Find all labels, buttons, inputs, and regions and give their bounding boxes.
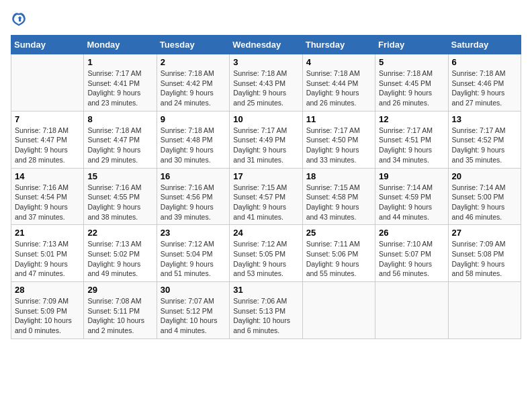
day-detail: Sunrise: 7:18 AMSunset: 4:42 PMDaylight:… bbox=[161, 68, 226, 108]
day-number: 22 bbox=[87, 228, 152, 238]
week-row-1: 1Sunrise: 7:17 AMSunset: 4:41 PMDaylight… bbox=[11, 54, 521, 111]
day-detail: Sunrise: 7:08 AMSunset: 5:11 PMDaylight:… bbox=[87, 296, 152, 336]
day-cell: 20Sunrise: 7:14 AMSunset: 5:00 PMDayligh… bbox=[448, 168, 521, 225]
day-detail: Sunrise: 7:15 AMSunset: 4:57 PMDaylight:… bbox=[233, 183, 298, 222]
day-detail: Sunrise: 7:16 AMSunset: 4:54 PMDaylight:… bbox=[15, 183, 80, 222]
column-header-friday: Friday bbox=[375, 36, 448, 54]
day-detail: Sunrise: 7:13 AMSunset: 5:01 PMDaylight:… bbox=[15, 239, 80, 279]
day-number: 12 bbox=[379, 114, 444, 124]
day-detail: Sunrise: 7:17 AMSunset: 4:41 PMDaylight:… bbox=[87, 68, 152, 108]
day-cell: 30Sunrise: 7:07 AMSunset: 5:12 PMDayligh… bbox=[157, 282, 229, 339]
logo bbox=[11, 11, 30, 27]
day-detail: Sunrise: 7:06 AMSunset: 5:13 PMDaylight:… bbox=[233, 296, 298, 336]
header-row: SundayMondayTuesdayWednesdayThursdayFrid… bbox=[11, 36, 521, 54]
column-header-thursday: Thursday bbox=[302, 36, 375, 54]
day-number: 9 bbox=[161, 114, 226, 124]
day-cell: 18Sunrise: 7:15 AMSunset: 4:58 PMDayligh… bbox=[302, 168, 375, 225]
day-detail: Sunrise: 7:16 AMSunset: 4:55 PMDaylight:… bbox=[87, 183, 152, 222]
page-header bbox=[11, 11, 521, 27]
day-detail: Sunrise: 7:16 AMSunset: 4:56 PMDaylight:… bbox=[161, 183, 226, 222]
day-cell: 27Sunrise: 7:09 AMSunset: 5:08 PMDayligh… bbox=[448, 225, 521, 282]
day-cell: 6Sunrise: 7:18 AMSunset: 4:46 PMDaylight… bbox=[448, 54, 521, 111]
day-number: 7 bbox=[15, 114, 80, 124]
calendar-table: SundayMondayTuesdayWednesdayThursdayFrid… bbox=[11, 35, 521, 339]
day-cell: 16Sunrise: 7:16 AMSunset: 4:56 PMDayligh… bbox=[157, 168, 229, 225]
day-detail: Sunrise: 7:17 AMSunset: 4:49 PMDaylight:… bbox=[233, 126, 298, 165]
day-cell: 7Sunrise: 7:18 AMSunset: 4:47 PMDaylight… bbox=[11, 111, 84, 168]
day-cell: 14Sunrise: 7:16 AMSunset: 4:54 PMDayligh… bbox=[11, 168, 84, 225]
day-detail: Sunrise: 7:18 AMSunset: 4:45 PMDaylight:… bbox=[379, 68, 444, 108]
day-detail: Sunrise: 7:15 AMSunset: 4:58 PMDaylight:… bbox=[306, 183, 371, 222]
day-cell: 11Sunrise: 7:17 AMSunset: 4:50 PMDayligh… bbox=[302, 111, 375, 168]
day-detail: Sunrise: 7:12 AMSunset: 5:05 PMDaylight:… bbox=[233, 239, 298, 279]
day-cell: 22Sunrise: 7:13 AMSunset: 5:02 PMDayligh… bbox=[84, 225, 157, 282]
week-row-3: 14Sunrise: 7:16 AMSunset: 4:54 PMDayligh… bbox=[11, 168, 521, 225]
day-detail: Sunrise: 7:09 AMSunset: 5:09 PMDaylight:… bbox=[15, 296, 80, 336]
day-number: 14 bbox=[15, 171, 80, 181]
day-number: 19 bbox=[379, 171, 444, 181]
day-number: 20 bbox=[452, 171, 517, 181]
day-cell: 1Sunrise: 7:17 AMSunset: 4:41 PMDaylight… bbox=[84, 54, 157, 111]
day-number: 18 bbox=[306, 171, 371, 181]
day-number: 24 bbox=[233, 228, 298, 238]
day-detail: Sunrise: 7:18 AMSunset: 4:43 PMDaylight:… bbox=[233, 68, 298, 108]
day-detail: Sunrise: 7:12 AMSunset: 5:04 PMDaylight:… bbox=[161, 239, 226, 279]
day-cell: 21Sunrise: 7:13 AMSunset: 5:01 PMDayligh… bbox=[11, 225, 84, 282]
day-cell: 17Sunrise: 7:15 AMSunset: 4:57 PMDayligh… bbox=[230, 168, 302, 225]
day-detail: Sunrise: 7:18 AMSunset: 4:47 PMDaylight:… bbox=[87, 126, 152, 165]
day-cell: 4Sunrise: 7:18 AMSunset: 4:44 PMDaylight… bbox=[302, 54, 375, 111]
day-detail: Sunrise: 7:07 AMSunset: 5:12 PMDaylight:… bbox=[161, 296, 226, 336]
day-number: 11 bbox=[306, 114, 371, 124]
day-cell: 31Sunrise: 7:06 AMSunset: 5:13 PMDayligh… bbox=[230, 282, 302, 339]
logo-icon bbox=[11, 11, 27, 27]
day-number: 29 bbox=[87, 285, 152, 295]
day-cell bbox=[375, 282, 448, 339]
day-cell: 10Sunrise: 7:17 AMSunset: 4:49 PMDayligh… bbox=[230, 111, 302, 168]
day-cell: 15Sunrise: 7:16 AMSunset: 4:55 PMDayligh… bbox=[84, 168, 157, 225]
day-number: 25 bbox=[306, 228, 371, 238]
day-detail: Sunrise: 7:18 AMSunset: 4:47 PMDaylight:… bbox=[15, 126, 80, 165]
week-row-5: 28Sunrise: 7:09 AMSunset: 5:09 PMDayligh… bbox=[11, 282, 521, 339]
column-header-monday: Monday bbox=[84, 36, 157, 54]
day-number: 16 bbox=[161, 171, 226, 181]
day-detail: Sunrise: 7:18 AMSunset: 4:44 PMDaylight:… bbox=[306, 68, 371, 108]
day-cell: 13Sunrise: 7:17 AMSunset: 4:52 PMDayligh… bbox=[448, 111, 521, 168]
day-cell bbox=[11, 54, 84, 111]
day-number: 27 bbox=[452, 228, 517, 238]
day-cell bbox=[448, 282, 521, 339]
day-cell: 9Sunrise: 7:18 AMSunset: 4:48 PMDaylight… bbox=[157, 111, 229, 168]
day-number: 28 bbox=[15, 285, 80, 295]
day-cell: 8Sunrise: 7:18 AMSunset: 4:47 PMDaylight… bbox=[84, 111, 157, 168]
day-number: 4 bbox=[306, 57, 371, 67]
day-number: 23 bbox=[161, 228, 226, 238]
day-cell: 2Sunrise: 7:18 AMSunset: 4:42 PMDaylight… bbox=[157, 54, 229, 111]
day-number: 17 bbox=[233, 171, 298, 181]
day-cell: 24Sunrise: 7:12 AMSunset: 5:05 PMDayligh… bbox=[230, 225, 302, 282]
day-cell bbox=[302, 282, 375, 339]
day-cell: 25Sunrise: 7:11 AMSunset: 5:06 PMDayligh… bbox=[302, 225, 375, 282]
day-detail: Sunrise: 7:18 AMSunset: 4:46 PMDaylight:… bbox=[452, 68, 517, 108]
week-row-4: 21Sunrise: 7:13 AMSunset: 5:01 PMDayligh… bbox=[11, 225, 521, 282]
day-number: 3 bbox=[233, 57, 298, 67]
column-header-wednesday: Wednesday bbox=[230, 36, 302, 54]
day-number: 8 bbox=[87, 114, 152, 124]
day-detail: Sunrise: 7:17 AMSunset: 4:50 PMDaylight:… bbox=[306, 126, 371, 165]
day-number: 13 bbox=[452, 114, 517, 124]
day-detail: Sunrise: 7:13 AMSunset: 5:02 PMDaylight:… bbox=[87, 239, 152, 279]
day-cell: 29Sunrise: 7:08 AMSunset: 5:11 PMDayligh… bbox=[84, 282, 157, 339]
day-number: 6 bbox=[452, 57, 517, 67]
day-number: 5 bbox=[379, 57, 444, 67]
column-header-tuesday: Tuesday bbox=[157, 36, 229, 54]
day-number: 31 bbox=[233, 285, 298, 295]
day-number: 1 bbox=[87, 57, 152, 67]
day-cell: 23Sunrise: 7:12 AMSunset: 5:04 PMDayligh… bbox=[157, 225, 229, 282]
day-detail: Sunrise: 7:14 AMSunset: 4:59 PMDaylight:… bbox=[379, 183, 444, 222]
day-number: 21 bbox=[15, 228, 80, 238]
week-row-2: 7Sunrise: 7:18 AMSunset: 4:47 PMDaylight… bbox=[11, 111, 521, 168]
day-number: 2 bbox=[161, 57, 226, 67]
column-header-saturday: Saturday bbox=[448, 36, 521, 54]
day-detail: Sunrise: 7:17 AMSunset: 4:51 PMDaylight:… bbox=[379, 126, 444, 165]
day-cell: 5Sunrise: 7:18 AMSunset: 4:45 PMDaylight… bbox=[375, 54, 448, 111]
day-number: 15 bbox=[87, 171, 152, 181]
day-detail: Sunrise: 7:09 AMSunset: 5:08 PMDaylight:… bbox=[452, 239, 517, 279]
